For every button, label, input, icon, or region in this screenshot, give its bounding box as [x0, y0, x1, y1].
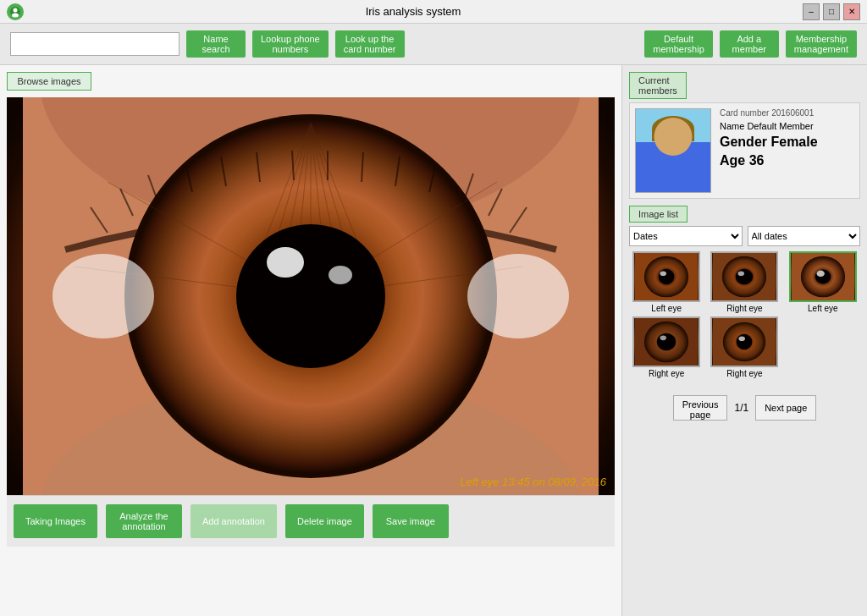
eye-photo: Left eye 13:45 on 08/09, 2016	[7, 97, 615, 495]
svg-point-20	[236, 224, 385, 368]
app-icon	[7, 3, 24, 20]
left-panel: Browse images	[0, 65, 621, 616]
svg-point-23	[52, 254, 154, 338]
avatar-head	[654, 118, 693, 156]
card-number: Card number 201606001	[720, 108, 854, 118]
image-list-label: Image list	[629, 206, 688, 223]
phone-lookup-button[interactable]: Lookup phonenumbers	[252, 30, 329, 58]
membership-management-button[interactable]: Membershipmanagement	[786, 30, 857, 58]
restore-button[interactable]: □	[823, 3, 840, 20]
bottom-bar: Taking Images Analyze theannotation Add …	[7, 495, 615, 547]
svg-point-24	[467, 254, 569, 338]
member-card: Card number 201606001 Name Default Membe…	[629, 102, 860, 199]
delete-image-button[interactable]: Delete image	[285, 504, 364, 538]
next-page-button[interactable]: Next page	[755, 395, 816, 421]
card-lookup-button[interactable]: Look up thecard number	[335, 30, 405, 58]
svg-point-21	[267, 247, 304, 278]
right-panel: Currentmembers Card number 201606001 Nam…	[621, 65, 867, 616]
content-area: Browse images	[0, 65, 867, 616]
member-info: Card number 201606001 Name Default Membe…	[720, 108, 854, 193]
thumbnail-label: Right eye	[726, 369, 762, 378]
svg-point-57	[737, 334, 753, 350]
browse-images-button[interactable]: Browse images	[7, 72, 91, 91]
svg-point-54	[660, 336, 666, 341]
svg-point-45	[736, 269, 754, 285]
current-members-section: Currentmembers Card number 201606001 Nam…	[629, 72, 860, 199]
member-age: Age 36	[720, 153, 854, 168]
date-filters: Dates By date All dates 2016-08-09	[629, 226, 860, 246]
window-controls: – □ ✕	[803, 3, 860, 20]
thumbnail-item[interactable]: Right eye	[629, 316, 704, 378]
svg-point-58	[739, 336, 745, 341]
svg-point-41	[659, 269, 675, 285]
toolbar: Namesearch Lookup phonenumbers Look up t…	[0, 24, 867, 65]
eye-image-svg	[7, 97, 615, 495]
thumbnail-image	[632, 251, 700, 302]
avatar	[635, 108, 711, 193]
save-image-button[interactable]: Save image	[373, 504, 449, 538]
eye-image-container: Left eye 13:45 on 08/09, 2016	[7, 97, 615, 495]
thumbnails-grid: Left eye Right eye Left ey	[629, 251, 860, 378]
thumbnail-label: Right eye	[649, 369, 684, 378]
titlebar: Iris analysis system – □ ✕	[0, 0, 867, 24]
thumbnail-label: Right eye	[726, 304, 762, 313]
thumbnail-image	[710, 316, 778, 367]
add-member-button[interactable]: Add amember	[720, 30, 779, 58]
thumbnail-item[interactable]: Left eye	[629, 251, 704, 313]
thumbnail-label: Left eye	[808, 304, 838, 313]
svg-point-42	[660, 271, 666, 276]
taking-images-button[interactable]: Taking Images	[14, 504, 97, 538]
svg-point-53	[657, 333, 676, 351]
all-dates-select[interactable]: All dates 2016-08-09	[748, 226, 861, 246]
thumbnail-item[interactable]: Left eye	[786, 251, 860, 313]
search-input[interactable]	[10, 32, 179, 56]
thumbnail-image	[710, 251, 778, 302]
thumbnail-image	[632, 316, 700, 367]
svg-point-2	[12, 13, 19, 17]
image-list-section: Image list Dates By date All dates 2016-…	[629, 206, 860, 382]
dates-select[interactable]: Dates By date	[629, 226, 743, 246]
previous-page-button[interactable]: Previouspage	[673, 395, 728, 421]
avatar-body	[648, 162, 699, 192]
analyze-annotation-button[interactable]: Analyze theannotation	[106, 504, 182, 538]
main-window: Namesearch Lookup phonenumbers Look up t…	[0, 24, 867, 616]
svg-point-50	[816, 271, 824, 277]
close-button[interactable]: ✕	[843, 3, 860, 20]
current-members-label: Currentmembers	[629, 72, 687, 99]
member-name: Name Default Member	[720, 121, 854, 131]
name-search-button[interactable]: Namesearch	[186, 30, 246, 58]
page-indicator: 1/1	[734, 402, 748, 414]
thumbnail-image-selected	[789, 251, 857, 302]
svg-point-46	[738, 271, 744, 276]
pagination-bar: Previouspage 1/1 Next page	[629, 388, 860, 424]
thumbnail-item[interactable]: Right eye	[707, 316, 781, 378]
svg-point-1	[14, 8, 18, 12]
member-gender: Gender Female	[720, 135, 854, 150]
minimize-button[interactable]: –	[803, 3, 820, 20]
thumbnail-label: Left eye	[651, 304, 682, 313]
add-annotation-button[interactable]: Add annotation	[191, 504, 277, 538]
image-caption: Left eye 13:45 on 08/09, 2016	[460, 476, 606, 488]
window-title: Iris analysis system	[24, 5, 803, 18]
svg-point-22	[329, 266, 352, 284]
default-membership-button[interactable]: Defaultmembership	[644, 30, 713, 58]
thumbnail-item[interactable]: Right eye	[707, 251, 781, 313]
